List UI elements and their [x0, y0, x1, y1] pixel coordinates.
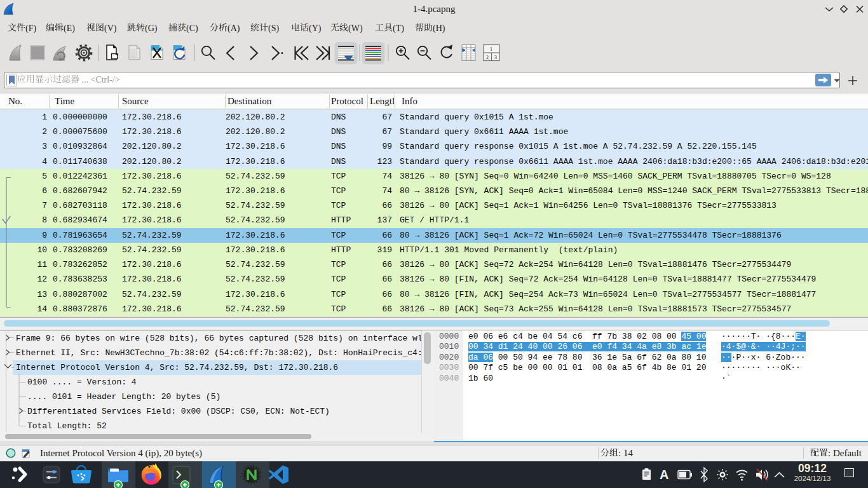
svg-text:2: 2: [486, 55, 489, 60]
svg-text:0011: 0011: [130, 55, 137, 58]
svg-text:1: 1: [490, 46, 492, 52]
svg-text:A: A: [660, 468, 668, 482]
svg-text:3: 3: [494, 55, 497, 60]
